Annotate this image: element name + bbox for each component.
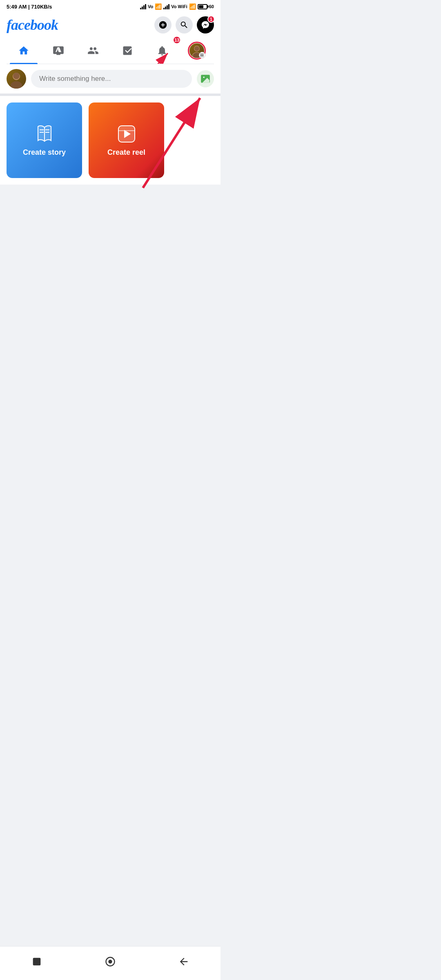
tab-video[interactable] bbox=[41, 38, 76, 64]
photo-button[interactable] bbox=[197, 70, 214, 87]
svg-point-8 bbox=[13, 73, 20, 79]
bell-icon bbox=[156, 45, 168, 56]
feed-area bbox=[0, 185, 220, 389]
wifi-symbol: 📶 bbox=[189, 3, 196, 10]
cards-section: Create story Create reel bbox=[0, 96, 220, 185]
tab-friends[interactable] bbox=[76, 38, 110, 64]
play-icon bbox=[117, 124, 136, 144]
search-icon bbox=[180, 20, 189, 29]
signal-icon bbox=[140, 4, 146, 9]
status-right: Vo 📶 Vo WiFi 📶 60 bbox=[140, 3, 214, 10]
status-time: 5:49 AM | 710KB/s bbox=[7, 4, 52, 10]
create-story-label: Create story bbox=[23, 148, 66, 157]
svg-point-7 bbox=[11, 81, 22, 89]
svg-point-2 bbox=[194, 46, 199, 51]
tab-home[interactable] bbox=[7, 38, 41, 64]
facebook-logo: facebook bbox=[7, 16, 58, 33]
status-bar: 5:49 AM | 710KB/s Vo 📶 Vo WiFi 📶 60 bbox=[0, 0, 220, 12]
add-icon bbox=[158, 20, 167, 29]
add-button[interactable] bbox=[154, 16, 172, 33]
nav-tabs: 13 bbox=[7, 38, 214, 64]
create-reel-label: Create reel bbox=[107, 148, 145, 157]
photo-icon bbox=[200, 74, 211, 84]
search-button[interactable] bbox=[176, 16, 193, 33]
video-icon bbox=[53, 45, 64, 56]
profile-circle bbox=[188, 42, 206, 60]
battery-icon bbox=[198, 4, 207, 9]
user-avatar bbox=[7, 69, 26, 89]
svg-point-10 bbox=[203, 77, 205, 78]
user-silhouette bbox=[7, 69, 26, 89]
friends-icon bbox=[87, 45, 99, 56]
write-post-input[interactable] bbox=[31, 70, 192, 88]
book-icon bbox=[35, 124, 54, 144]
home-icon bbox=[18, 45, 29, 56]
header: facebook bbox=[0, 12, 220, 64]
battery-percent: 60 bbox=[209, 4, 214, 9]
tab-notifications[interactable]: 13 bbox=[145, 38, 180, 64]
menu-icon bbox=[199, 52, 205, 58]
tab-profile[interactable] bbox=[179, 38, 214, 64]
messenger-badge: 1 bbox=[207, 16, 215, 23]
marketplace-icon bbox=[122, 45, 133, 56]
tab-marketplace[interactable] bbox=[110, 38, 145, 64]
messenger-button[interactable]: 1 bbox=[197, 16, 214, 33]
vo-wifi-label: Vo WiFi bbox=[171, 4, 187, 9]
signal-icon-2 bbox=[163, 4, 169, 9]
wifi-icon: 📶 bbox=[155, 3, 162, 10]
vo-label: Vo bbox=[148, 4, 153, 9]
create-story-card[interactable]: Create story bbox=[7, 102, 82, 178]
create-reel-card[interactable]: Create reel bbox=[89, 102, 164, 178]
post-create-area bbox=[0, 64, 220, 96]
header-icons: 1 bbox=[154, 16, 214, 33]
story-icon bbox=[34, 124, 55, 144]
reel-icon bbox=[116, 124, 137, 144]
